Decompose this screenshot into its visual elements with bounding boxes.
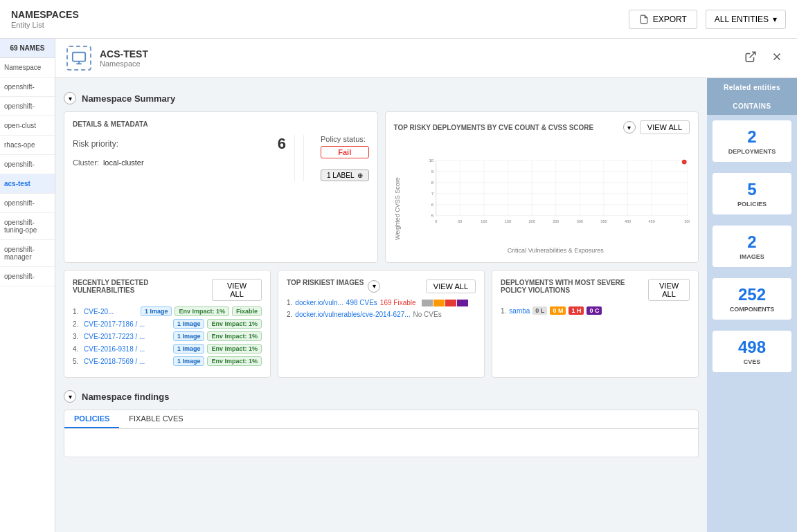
sidebar-item-namespace[interactable]: Namespace (0, 58, 55, 77)
related-images[interactable]: 2 IMAGES (713, 226, 791, 267)
policy-status-badge[interactable]: Fail (321, 146, 368, 158)
entity-header: ACS-TEST Namespace (55, 39, 797, 78)
policy-depl-name-1[interactable]: samba (509, 307, 530, 315)
policy-section: Policy status: Fail (321, 135, 368, 158)
bottom-grid: RECENTLY DETECTED VULNERABILITIES VIEW A… (64, 270, 699, 378)
chart-collapse-button[interactable]: ▾ (623, 121, 636, 134)
sidebar-item-openshift-1[interactable]: openshift- (0, 77, 55, 97)
top-bar: NAMESPACES Entity List EXPORT ALL ENTITI… (0, 0, 797, 39)
deployments-label: DEPLOYMENTS (717, 148, 787, 155)
images-collapse-button[interactable]: ▾ (368, 280, 380, 293)
vuln-view-all-label: VIEW ALL (227, 282, 247, 298)
related-entities-title: Related entities (707, 78, 797, 97)
collapse-findings-button[interactable]: ▾ (64, 390, 76, 403)
vulnerabilities-card: RECENTLY DETECTED VULNERABILITIES VIEW A… (64, 270, 271, 378)
image-cve-count-1[interactable]: 498 CVEs (346, 299, 377, 306)
vuln-name-4[interactable]: CVE-2016-9318 / ... (84, 345, 170, 353)
close-button[interactable] (768, 48, 786, 68)
entity-info: ACS-TEST Namespace (100, 48, 148, 68)
sidebar-item-acs-test[interactable]: acs-test (0, 174, 55, 194)
cluster-label: Cluster: (73, 158, 99, 167)
sev-high-badge-1: 1 H (568, 306, 584, 315)
related-cves[interactable]: 498 CVES (713, 331, 791, 372)
vuln-name-2[interactable]: CVE-2017-7186 / ... (84, 320, 170, 328)
sidebar-item-openshift-2[interactable]: openshift- (0, 97, 55, 116)
tab-fixable-cves-label: FIXABLE CVES (129, 414, 183, 423)
svg-text:10: 10 (429, 158, 433, 163)
image-row-2: 2. docker.io/vulnerables/cve-2014-627...… (287, 311, 476, 318)
svg-text:150: 150 (504, 219, 510, 223)
sidebar-item-open-clust[interactable]: open-clust (0, 116, 55, 136)
cves-label: CVES (717, 358, 787, 365)
chart-svg: 10 9 8 7 6 5 0 50 100 150 (422, 140, 690, 244)
components-count: 252 (717, 285, 787, 304)
sidebar-item-openshift-3[interactable]: openshift- (0, 155, 55, 174)
images-header-row: TOP RISKIEST IMAGES ▾ VIEW ALL (287, 279, 476, 293)
related-policies[interactable]: 5 POLICIES (713, 173, 791, 214)
image-no-cves-2: No CVEs (413, 311, 442, 318)
details-metadata-card: DETAILS & METADATA Risk priority: 6 Clus… (64, 111, 378, 263)
findings-card: POLICIES FIXABLE CVES (64, 410, 699, 457)
image-item-2: 2. docker.io/vulnerables/cve-2014-627...… (287, 311, 476, 318)
vuln-list: 1. CVE-20... 1 Image Env Impact: 1% Fixa… (73, 306, 262, 366)
top-bar-actions: EXPORT ALL ENTITIES ▾ (629, 10, 786, 29)
vuln-view-all-button[interactable]: VIEW ALL (212, 279, 262, 301)
policy-view-all-button[interactable]: VIEW ALL (648, 279, 690, 301)
svg-text:0: 0 (435, 219, 437, 223)
findings-content (64, 429, 698, 457)
y-axis-label: Weighted CVSS Score (394, 140, 401, 240)
svg-text:9: 9 (431, 169, 433, 174)
findings-tabs: POLICIES FIXABLE CVES (64, 410, 698, 429)
deployments-count: 2 (717, 127, 787, 147)
severity-bar-1 (422, 300, 468, 306)
vuln-env-badge-3: Env Impact: 1% (207, 331, 262, 341)
image-fixable-1[interactable]: 169 Fixable (380, 299, 416, 306)
vuln-name-3[interactable]: CVE-2017-7223 / ... (84, 333, 170, 340)
tab-fixable-cves[interactable]: FIXABLE CVES (119, 410, 192, 428)
policy-item-1: 1. samba 0 L 0 M 1 H 0 C (501, 306, 690, 315)
chart-view-all-button[interactable]: VIEW ALL (640, 120, 690, 134)
details-card-title: DETAILS & METADATA (73, 120, 369, 128)
images-view-all-button[interactable]: VIEW ALL (426, 279, 476, 293)
policy-num-1: 1. (501, 307, 506, 315)
image-name-2[interactable]: docker.io/vulnerables/cve-2014-627... (295, 311, 410, 318)
vuln-name-5[interactable]: CVE-2018-7569 / ... (84, 358, 170, 365)
export-button[interactable]: EXPORT (629, 10, 697, 29)
svg-text:100: 100 (481, 219, 487, 223)
sev-low-badge-1: 0 L (532, 306, 547, 315)
image-name-1[interactable]: docker.io/vuln... (295, 299, 343, 306)
label-badge-button[interactable]: 1 LABEL ⊕ (321, 169, 368, 181)
right-panel: Related entities CONTAINS 2 DEPLOYMENTS … (707, 78, 797, 532)
summary-cards-grid: DETAILS & METADATA Risk priority: 6 Clus… (64, 111, 699, 263)
related-deployments[interactable]: 2 DEPLOYMENTS (713, 120, 791, 162)
all-entities-button[interactable]: ALL ENTITIES ▾ (706, 10, 786, 29)
entity-icon (66, 46, 91, 71)
vuln-image-badge-2: 1 Image (173, 319, 205, 329)
page-subtitle: Entity List (11, 21, 44, 29)
vuln-item-5: 5. CVE-2018-7569 / ... 1 Image Env Impac… (73, 356, 262, 366)
chart-card: TOP RISKY DEPLOYMENTS BY CVE COUNT & CVS… (385, 111, 699, 263)
tab-policies[interactable]: POLICIES (64, 410, 119, 428)
page-title: NAMESPACES (11, 9, 79, 20)
sidebar-item-rhacs-ope[interactable]: rhacs-ope (0, 136, 55, 155)
label-badge-icon: ⊕ (357, 172, 363, 179)
related-components[interactable]: 252 COMPONENTS (713, 278, 791, 320)
svg-point-40 (681, 160, 686, 165)
collapse-summary-button[interactable]: ▾ (64, 92, 76, 104)
images-card-title: TOP RISKIEST IMAGES (287, 279, 364, 286)
details-right: Policy status: Fail 1 LABEL ⊕ (312, 135, 368, 181)
contains-label: CONTAINS (733, 102, 771, 110)
svg-text:250: 250 (553, 219, 559, 223)
sidebar-item-openshift-manager[interactable]: openshift-manager (0, 240, 55, 267)
cluster-section: Cluster: local-cluster (73, 158, 286, 167)
sidebar-item-openshift-tuning[interactable]: openshift-tuning-ope (0, 213, 55, 240)
sidebar-item-openshift-4[interactable]: openshift- (0, 194, 55, 213)
label-section: 1 LABEL ⊕ (321, 169, 368, 181)
svg-text:200: 200 (528, 219, 535, 223)
policy-list: 1. samba 0 L 0 M 1 H 0 C (501, 306, 690, 315)
external-link-button[interactable] (742, 48, 760, 68)
vuln-name-1[interactable]: CVE-20... (84, 308, 138, 315)
sidebar-item-openshift-5[interactable]: openshift- (0, 267, 55, 286)
svg-text:7: 7 (431, 191, 433, 196)
vuln-num-3: 3. (73, 333, 81, 340)
